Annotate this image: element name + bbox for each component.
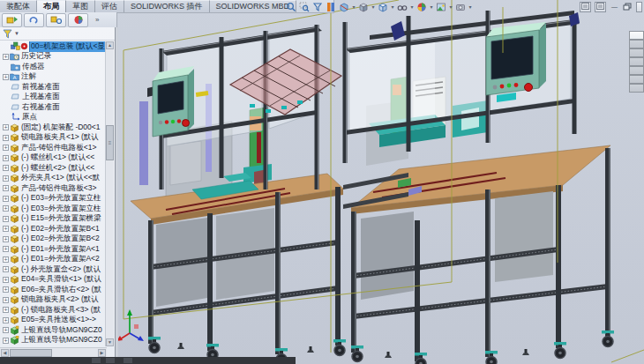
tree-item-17[interactable]: +(-) E03=外壳放置架立柱 [0,204,107,214]
tree-item-3[interactable]: 传感器 [0,62,107,72]
mate-button[interactable] [24,13,44,27]
tab-2[interactable]: 布局 [37,0,66,12]
measure-icon[interactable] [325,2,337,12]
expand-toggle[interactable]: + [3,307,9,313]
component-preview-button[interactable] [46,13,66,27]
expand-toggle[interactable]: + [3,135,9,141]
expand-toggle[interactable]: + [3,145,9,151]
scroll-down-arrow[interactable]: ▼ [106,338,114,346]
tab-1[interactable]: 装配体 [0,0,37,12]
tree-item-4[interactable]: +A注解 [0,72,107,83]
tree-item-15[interactable]: +产品-铸铝件电路板<3> [0,183,107,194]
tab-6[interactable]: SOLIDWORKS MBD [210,0,297,12]
expand-toggle[interactable]: + [3,155,9,161]
tree-item-25[interactable]: +E06=夹具滑轨右<2> (默 [0,285,107,295]
display-style-icon[interactable] [357,2,370,12]
expand-toggle[interactable]: + [3,226,9,232]
tree-item-24[interactable]: +E04=夹具滑轨<1> (默认 [0,275,107,286]
panel-splitter[interactable] [116,27,118,357]
tree-item-23[interactable]: +(-) 外壳放置盒<2> (默认 [0,264,107,275]
expand-toggle[interactable]: + [3,124,9,130]
edit-appearance-dropdown-caret[interactable]: ▾ [429,4,434,10]
expand-toggle[interactable]: + [3,327,9,333]
hscroll-thumb[interactable] [10,349,52,357]
zoom-fit-icon[interactable] [285,2,297,12]
expand-toggle[interactable]: + [3,196,9,202]
tree-item-26[interactable]: +锁电路板夹具<2> (默认 [0,295,107,306]
tree-item-12[interactable]: +(-) 螺丝机<1> (默认<< [0,153,107,164]
tree-item-14[interactable]: +外壳夹具<1> (默认<<默 [0,174,107,184]
expand-toggle[interactable]: + [3,266,9,272]
taskpane-tab-solidworks-resources[interactable] [629,31,644,40]
tree-vertical-scrollbar[interactable]: ▲ ▼ [105,41,114,346]
expand-toggle[interactable]: + [3,246,9,252]
tree-item-8[interactable]: 原点 [0,113,107,123]
taskpane-tab-file-explorer[interactable] [629,48,644,57]
taskpane-tab-custom-properties[interactable] [629,75,644,84]
taskpane-tab-view-palette[interactable] [629,57,644,66]
insert-component-button[interactable] [2,13,22,27]
expand-toggle[interactable]: + [3,216,9,222]
expand-toggle[interactable]: + [3,338,9,344]
taskpane-tab-appearances-scenes[interactable] [629,66,644,75]
tree-item-1[interactable]: 00=机架总装 (默认<显示 [0,41,107,52]
tree-item-5[interactable]: 前视基准面 [0,82,107,93]
expand-toggle[interactable]: + [3,317,9,323]
tree-item-29[interactable]: +上银直线导轨MGN9CZ0 [0,325,107,336]
tree-item-11[interactable]: +产品-铸铝件电路板<1> [0,143,107,153]
expand-toggle[interactable]: + [3,165,9,171]
hide-show-items-icon[interactable] [396,2,408,12]
tree-item-18[interactable]: +(-) E15=外壳放置架横梁 [0,214,107,225]
edit-appearance-button[interactable] [68,13,88,27]
apply-scene-dropdown-caret[interactable]: ▾ [448,4,453,10]
tree-item-9[interactable]: +(固定) 机架装配 -D00<1 [0,123,107,133]
scroll-left-arrow[interactable]: ◀ [1,349,9,357]
tree-item-13[interactable]: +(-) 螺丝机<2> (默认<< [0,163,107,174]
tree-item-10[interactable]: +锁电路板夹具<1> (默认 [0,133,107,144]
tree-item-6[interactable]: 上视基准面 [0,93,107,103]
minimize-button[interactable]: — [610,3,619,11]
tab-3[interactable]: 草图 [66,0,95,12]
zoom-area-icon[interactable] [298,2,311,12]
restore-button[interactable] [623,3,633,11]
expand-toggle[interactable]: + [3,236,9,242]
taskpane-tab-design-library[interactable] [629,40,644,48]
tree-item-22[interactable]: +(-) E01=外壳放置架A<2 [0,255,107,265]
scroll-thumb[interactable] [106,125,114,160]
display-style-dropdown-caret[interactable]: ▾ [371,4,376,10]
doc-window-1-button[interactable] [580,2,591,12]
expand-toggle[interactable]: + [3,286,9,293]
hide-show-items-dropdown-caret[interactable]: ▾ [409,4,415,10]
view-settings-dropdown-caret[interactable]: ▾ [468,4,473,10]
scroll-up-arrow[interactable]: ▲ [106,41,114,49]
expand-toggle[interactable]: + [3,185,9,191]
view-orientation-icon[interactable] [377,2,389,12]
expand-toggle[interactable]: + [3,297,9,303]
expand-toggle[interactable]: + [3,54,9,60]
tab-4[interactable]: 评估 [95,0,124,12]
view-settings-icon[interactable] [454,2,467,12]
tree-item-27[interactable]: +(-) 锁电路板夹具<3> (默 [0,305,107,316]
tree-item-28[interactable]: +E05=夹具推送板<1>-> [0,316,107,326]
expand-toggle[interactable]: + [3,74,9,80]
doc-window-2-button[interactable] [595,2,606,12]
tree-filter-row[interactable]: ▼ [0,27,115,41]
scroll-right-arrow[interactable]: ▶ [98,349,106,357]
section-view-icon[interactable] [338,2,350,12]
section-view-dropdown-caret[interactable]: ▾ [351,4,356,10]
tree-item-20[interactable]: +(-) E02=外壳放置架B<2 [0,234,107,245]
taskpane-tab-forum[interactable] [629,84,644,93]
expand-toggle[interactable]: + [3,205,9,212]
view-orientation-dropdown-caret[interactable]: ▾ [390,4,395,10]
tree-item-7[interactable]: 右视基准面 [0,102,107,113]
tree-item-21[interactable]: +(-) E01=外壳放置架A<1 [0,244,107,255]
tree-item-16[interactable]: +(-) E03=外壳放置架立柱 [0,194,107,204]
tree-item-2[interactable]: +历史记录 [0,52,107,63]
filter-icon[interactable] [311,2,324,12]
expand-toggle[interactable]: + [3,277,9,283]
expand-toggle[interactable]: + [3,256,9,263]
tab-5[interactable]: SOLIDWORKS 插件 [124,0,210,12]
toolbar-overflow[interactable]: » [95,16,99,24]
edit-appearance-icon[interactable] [416,2,428,12]
close-partial-button[interactable] [636,2,642,12]
